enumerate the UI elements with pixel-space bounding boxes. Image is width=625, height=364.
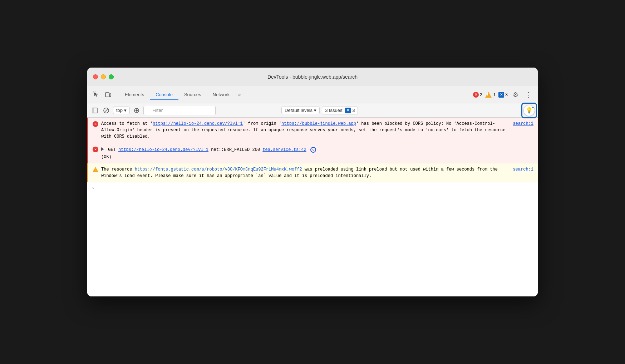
error-1-url2-link[interactable]: https://bubble-jingle.web.app [281, 121, 356, 126]
ok-text: (OK) [101, 154, 316, 160]
error-dot-2: ✕ [93, 147, 98, 152]
toolbar-right: ✕ 2 1 ✕ 3 ⚙ ⋮ [473, 90, 533, 100]
filter-wrap [143, 106, 279, 115]
error-2-content: GET https://hello-io-24.deno.dev/?lvl=1 … [101, 146, 316, 160]
error-badge: ✕ 2 [473, 92, 482, 98]
separator [116, 91, 116, 98]
clear-console-button[interactable] [102, 106, 111, 115]
device-toggle-icon[interactable] [103, 90, 113, 100]
maximize-button[interactable] [109, 74, 114, 79]
more-tabs-button[interactable]: » [235, 90, 243, 99]
warning-count: 1 [493, 92, 496, 97]
traffic-lights [93, 74, 114, 79]
error-1-location[interactable]: search:1 [508, 120, 533, 127]
warning-1-header: The resource https://fonts.gstatic.com/s… [101, 166, 533, 179]
warning-1-location[interactable]: search:1 [508, 166, 533, 173]
refresh-icon[interactable]: ↻ [310, 147, 316, 153]
default-levels-button[interactable]: Default levels ▾ [281, 107, 320, 114]
console-error-body-2: GET https://hello-io-24.deno.dev/?lvl=1 … [101, 146, 533, 160]
console-prompt-icon: › [92, 185, 94, 191]
main-toolbar: Elements Console Sources Network » ✕ 2 1… [87, 86, 538, 103]
error-2-header: GET https://hello-io-24.deno.dev/?lvl=1 … [101, 146, 533, 160]
console-input-line: › [87, 182, 538, 194]
close-button[interactable] [93, 74, 98, 79]
console-warning-entry-1: The resource https://fonts.gstatic.com/s… [87, 163, 538, 182]
titlebar: DevTools - bubble-jingle.web.app/search [87, 68, 538, 86]
sidebar-toggle-button[interactable] [90, 106, 99, 115]
console-error-entry-1: ✕ Access to fetch at 'https://hello-io-2… [87, 118, 538, 143]
error-count: 2 [480, 92, 482, 97]
error-entry-1-icon: ✕ [93, 121, 98, 127]
info-count: 3 [505, 92, 508, 97]
minimize-button[interactable] [101, 74, 106, 79]
console-insights-button[interactable]: 💡 + [523, 105, 535, 116]
warning-badge: 1 [485, 92, 496, 98]
info-icon: ✕ [498, 92, 504, 98]
expand-icon[interactable] [101, 147, 104, 151]
warning-1-text: The resource https://fonts.gstatic.com/s… [101, 166, 508, 179]
more-options-button[interactable]: ⋮ [523, 90, 533, 100]
console-error-entry-2: ✕ GET https://hello-io-24.deno.dev/?lvl=… [87, 143, 538, 163]
context-selector[interactable]: top ▾ [113, 107, 130, 114]
issues-badge: 3 Issues: ✕ 3 [322, 107, 358, 114]
console-settings-wrap: 💡 + [523, 105, 535, 116]
default-levels-label: Default levels [285, 108, 312, 113]
devtools-window: DevTools - bubble-jingle.web.app/search … [87, 68, 538, 296]
issues-label: 3 Issues: [325, 108, 344, 113]
svg-line-6 [104, 109, 108, 112]
console-content: ✕ Access to fetch at 'https://hello-io-2… [87, 118, 538, 296]
issues-count: 3 [352, 108, 355, 113]
filter-input[interactable] [143, 106, 216, 115]
error-1-text: Access to fetch at 'https://hello-io-24.… [101, 120, 508, 140]
context-dropdown-icon: ▾ [124, 108, 127, 113]
warning-entry-1-icon [93, 167, 98, 172]
tab-console[interactable]: Console [150, 90, 178, 100]
info-badge: ✕ 3 [498, 92, 508, 98]
svg-rect-4 [92, 108, 94, 113]
svg-rect-1 [105, 93, 109, 97]
error-1-header: Access to fetch at 'https://hello-io-24.… [101, 120, 533, 140]
console-error-body-1: Access to fetch at 'https://hello-io-24.… [101, 120, 533, 140]
error-entry-2-icon: ✕ [93, 147, 98, 152]
warning-triangle-1 [93, 167, 98, 172]
window-title: DevTools - bubble-jingle.web.app/search [267, 74, 358, 80]
issues-error-icon: ✕ [345, 108, 351, 113]
error-1-url1-link[interactable]: https://hello-io-24.deno.dev/?lvl=1 [153, 121, 243, 126]
warning-icon [485, 92, 492, 98]
console-warning-body-1: The resource https://fonts.gstatic.com/s… [101, 166, 533, 179]
svg-rect-2 [109, 94, 111, 97]
warning-url-link[interactable]: https://fonts.gstatic.com/s/roboto/v30/K… [135, 167, 302, 172]
tab-network[interactable]: Network [207, 90, 236, 100]
error-dot-1: ✕ [93, 121, 98, 127]
tea-service-link[interactable]: tea.service.ts:42 [262, 147, 306, 152]
tab-elements[interactable]: Elements [119, 90, 150, 100]
get-line: GET https://hello-io-24.deno.dev/?lvl=1 … [101, 146, 316, 153]
plus-icon: + [532, 106, 534, 109]
default-levels-dropdown-icon: ▾ [314, 108, 316, 113]
svg-point-8 [136, 109, 138, 112]
get-url-link[interactable]: https://hello-io-24.deno.dev/?lvl=1 [118, 147, 208, 152]
tab-bar: Elements Console Sources Network » [119, 90, 472, 100]
console-toolbar: top ▾ Default levels ▾ 3 Issues: ✕ 3 [87, 103, 538, 118]
tab-sources[interactable]: Sources [178, 90, 207, 100]
live-expression-button[interactable] [132, 106, 141, 115]
error-icon: ✕ [473, 92, 479, 98]
select-mode-icon[interactable] [92, 90, 102, 100]
devtools-settings-button[interactable]: ⚙ [511, 90, 521, 100]
context-label: top [116, 108, 123, 113]
